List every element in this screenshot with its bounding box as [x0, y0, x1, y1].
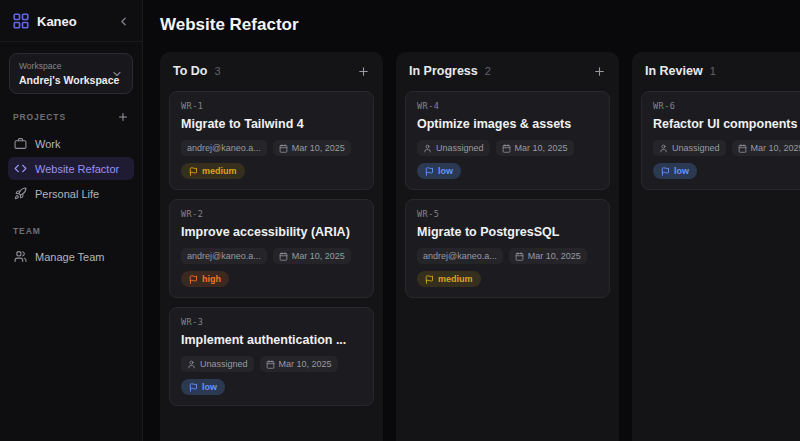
priority-label: low: [438, 166, 453, 176]
priority-badge-high: high: [181, 271, 229, 287]
workspace-selector[interactable]: Workspace Andrej's Workspace: [9, 53, 133, 94]
calendar-icon: [279, 252, 288, 261]
due-date-label: Mar 10, 2025: [292, 143, 345, 153]
task-meta: andrej@kaneo.a...Mar 10, 2025medium: [417, 248, 598, 287]
assignee-label: andrej@kaneo.a...: [423, 251, 497, 261]
assignee-chip: andrej@kaneo.a...: [417, 248, 503, 264]
workspace-label: Workspace: [19, 61, 111, 71]
projects-nav: Work Website Refactor Personal Life: [0, 130, 142, 207]
task-title: Migrate to Tailwind 4: [181, 117, 362, 131]
task-id: WR-1: [181, 101, 362, 111]
board-column-in-review: In Review1WR-6Refactor UI componentsUnas…: [632, 52, 800, 441]
assignee-label: Unassigned: [672, 143, 720, 153]
sidebar-item-personal-life[interactable]: Personal Life: [8, 182, 134, 205]
task-card-wr-5[interactable]: WR-5Migrate to PostgresSQLandrej@kaneo.a…: [405, 199, 610, 298]
sidebar-item-label: Personal Life: [35, 188, 99, 200]
flag-icon: [189, 167, 198, 176]
due-date-chip: Mar 10, 2025: [732, 140, 800, 156]
priority-label: high: [202, 274, 221, 284]
sidebar-item-label: Work: [35, 138, 60, 150]
plus-icon: [117, 111, 129, 123]
task-meta: andrej@kaneo.a...Mar 10, 2025medium: [181, 140, 362, 179]
main-content: Website Refactor To Do3WR-1Migrate to Ta…: [143, 0, 800, 441]
plus-icon: [593, 65, 606, 78]
priority-badge-low: low: [181, 379, 225, 395]
user-icon: [659, 144, 668, 153]
page-title: Website Refactor: [160, 15, 800, 35]
sidebar-item-work[interactable]: Work: [8, 132, 134, 155]
team-nav: Manage Team: [0, 243, 142, 270]
column-cards: WR-6Refactor UI componentsUnassignedMar …: [632, 87, 800, 199]
assignee-chip: Unassigned: [181, 356, 254, 372]
flag-icon: [425, 275, 434, 284]
column-cards: WR-1Migrate to Tailwind 4andrej@kaneo.a.…: [160, 87, 383, 415]
column-header: To Do3: [160, 52, 383, 87]
priority-label: low: [674, 166, 689, 176]
user-icon: [423, 144, 432, 153]
calendar-icon: [279, 144, 288, 153]
kanban-board: To Do3WR-1Migrate to Tailwind 4andrej@ka…: [160, 52, 800, 441]
column-title: In Review: [645, 64, 703, 78]
due-date-label: Mar 10, 2025: [279, 359, 332, 369]
add-task-button[interactable]: [593, 65, 606, 78]
priority-badge-medium: medium: [181, 163, 245, 179]
calendar-icon: [266, 360, 275, 369]
due-date-chip: Mar 10, 2025: [260, 356, 338, 372]
task-card-wr-2[interactable]: WR-2Improve accessibility (ARIA)andrej@k…: [169, 199, 374, 298]
task-card-wr-6[interactable]: WR-6Refactor UI componentsUnassignedMar …: [641, 91, 800, 190]
sidebar: Kaneo Workspace Andrej's Workspace PROJE…: [0, 0, 143, 441]
add-task-button[interactable]: [357, 65, 370, 78]
workspace-selector-text: Workspace Andrej's Workspace: [19, 61, 111, 86]
task-title: Refactor UI components: [653, 117, 800, 131]
rocket-icon: [14, 187, 27, 200]
sidebar-item-manage-team[interactable]: Manage Team: [8, 245, 134, 268]
team-section-header: TEAM: [0, 226, 142, 236]
assignee-chip: Unassigned: [653, 140, 726, 156]
task-card-wr-3[interactable]: WR-3Implement authentication ...Unassign…: [169, 307, 374, 406]
assignee-label: Unassigned: [200, 359, 248, 369]
task-meta: UnassignedMar 10, 2025low: [181, 356, 362, 395]
column-count: 3: [214, 65, 220, 77]
due-date-chip: Mar 10, 2025: [496, 140, 574, 156]
calendar-icon: [738, 144, 747, 153]
task-id: WR-2: [181, 209, 362, 219]
plus-icon: [357, 65, 370, 78]
due-date-label: Mar 10, 2025: [751, 143, 800, 153]
assignee-label: Unassigned: [436, 143, 484, 153]
column-count: 2: [485, 65, 491, 77]
due-date-chip: Mar 10, 2025: [273, 248, 351, 264]
priority-badge-medium: medium: [417, 271, 481, 287]
board-column-to-do: To Do3WR-1Migrate to Tailwind 4andrej@ka…: [160, 52, 383, 441]
task-title: Migrate to PostgresSQL: [417, 225, 598, 239]
assignee-label: andrej@kaneo.a...: [187, 143, 261, 153]
task-card-wr-1[interactable]: WR-1Migrate to Tailwind 4andrej@kaneo.a.…: [169, 91, 374, 190]
calendar-icon: [515, 252, 524, 261]
priority-label: medium: [438, 274, 473, 284]
add-project-button[interactable]: [117, 111, 129, 123]
sidebar-item-website-refactor[interactable]: Website Refactor: [8, 157, 134, 180]
priority-badge-low: low: [653, 163, 697, 179]
task-title: Implement authentication ...: [181, 333, 362, 347]
sidebar-item-label: Manage Team: [35, 251, 105, 263]
flag-icon: [661, 167, 670, 176]
chevron-down-icon: [111, 68, 123, 80]
app-name: Kaneo: [37, 14, 110, 29]
task-card-wr-4[interactable]: WR-4Optimize images & assetsUnassignedMa…: [405, 91, 610, 190]
sidebar-collapse-button[interactable]: [117, 15, 130, 28]
team-section-label: TEAM: [13, 226, 41, 236]
sidebar-header: Kaneo: [0, 0, 142, 42]
task-meta: andrej@kaneo.a...Mar 10, 2025high: [181, 248, 362, 287]
app-window: Kaneo Workspace Andrej's Workspace PROJE…: [0, 0, 800, 441]
board-column-in-progress: In Progress2WR-4Optimize images & assets…: [396, 52, 619, 441]
priority-label: low: [202, 382, 217, 392]
column-header: In Progress2: [396, 52, 619, 87]
task-title: Optimize images & assets: [417, 117, 598, 131]
due-date-label: Mar 10, 2025: [292, 251, 345, 261]
priority-badge-low: low: [417, 163, 461, 179]
users-icon: [14, 250, 27, 263]
due-date-label: Mar 10, 2025: [528, 251, 581, 261]
chevron-left-icon: [117, 15, 130, 28]
assignee-chip: andrej@kaneo.a...: [181, 248, 267, 264]
task-meta: UnassignedMar 10, 2025low: [653, 140, 800, 179]
column-title: To Do: [173, 64, 207, 78]
